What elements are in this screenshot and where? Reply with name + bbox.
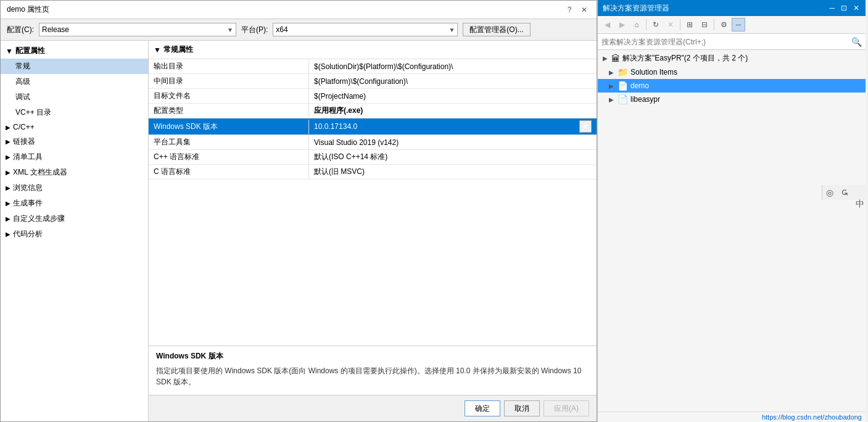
sidebar-item-label-build-events: 生成事件 — [13, 198, 43, 209]
code-analysis-chevron-icon: ▶ — [6, 231, 10, 238]
dialog-title: demo 属性页 — [7, 4, 49, 15]
sidebar-item-vcpp[interactable]: VC++ 目录 — [1, 105, 148, 120]
sidebar-item-label-browse: 浏览信息 — [13, 183, 43, 193]
sidebar-collapse-icon: ▼ — [6, 47, 13, 56]
se-close-icon[interactable]: ✕ — [852, 4, 861, 12]
help-button[interactable]: ? — [563, 4, 576, 16]
se-back-button[interactable]: ◀ — [600, 18, 614, 31]
se-solution-items[interactable]: ▶ 📁 Solution Items — [598, 65, 866, 79]
sidebar-item-label-general: 常规 — [15, 62, 30, 70]
se-tree: ▶ 🏛 解决方案"EasyPR"(2 个项目，共 2 个) ▶ 📁 Soluti… — [598, 50, 866, 412]
se-toolbar: ◀ ▶ ⌂ ↻ ✕ ⊞ ⊟ ⚙ ─ — [598, 16, 866, 34]
se-paste-button[interactable]: ⊟ — [698, 18, 711, 31]
sidebar-item-label-advanced: 高级 — [15, 77, 30, 86]
se-stop-button[interactable]: ✕ — [664, 18, 677, 31]
config-select[interactable]: Release ▼ — [39, 23, 236, 36]
config-value: Release — [42, 25, 69, 34]
sidebar-item-general[interactable]: 常规 — [1, 59, 148, 74]
sidebar-group-header: ▼ 配置属性 — [1, 43, 148, 59]
prop-value-target: $(ProjectName) — [309, 90, 597, 102]
sidebar: ▼ 配置属性 常规 高级 调试 VC++ 目录 ▶ C/C++ ▶ 链接器 — [1, 41, 149, 421]
sidebar-item-code-analysis[interactable]: ▶ 代码分析 — [1, 226, 148, 242]
table-row[interactable]: 目标文件名 $(ProjectName) — [149, 89, 597, 104]
se-forward-button[interactable]: ▶ — [615, 18, 629, 31]
description-text: 指定此项目要使用的 Windows SDK 版本(面向 Windows 的项目需… — [156, 365, 589, 387]
se-libeasypr-project[interactable]: ▶ 📄 libeasypr — [598, 93, 866, 106]
se-solution-root[interactable]: ▶ 🏛 解决方案"EasyPR"(2 个项目，共 2 个) — [598, 51, 866, 65]
sidebar-item-label-debug: 调试 — [15, 93, 30, 101]
sidebar-item-label-custom-build: 自定义生成步骤 — [13, 213, 65, 224]
se-pin-icon[interactable]: ─ — [828, 4, 836, 12]
properties-table: 输出目录 $(SolutionDir)$(Platform)\$(Configu… — [149, 59, 597, 345]
sidebar-item-advanced[interactable]: 高级 — [1, 74, 148, 89]
sidebar-item-manifest[interactable]: ▶ 清单工具 — [1, 149, 148, 165]
table-row[interactable]: 输出目录 $(SolutionDir)$(Platform)\$(Configu… — [149, 59, 597, 74]
manifest-chevron-icon: ▶ — [6, 154, 10, 160]
properties-panel: ▼ 常规属性 输出目录 $(SolutionDir)$(Platform)\$(… — [149, 41, 597, 421]
linker-chevron-icon: ▶ — [6, 138, 10, 145]
section-expand-icon: ▼ — [154, 46, 161, 54]
table-row[interactable]: 配置类型 应用程序(.exe) — [149, 104, 597, 118]
sidebar-item-browse[interactable]: ▶ 浏览信息 — [1, 180, 148, 196]
se-dock-panel: 中 ↺ ◎ — [822, 185, 868, 200]
cpp-chevron-icon: ▶ — [6, 124, 10, 131]
se-minus-button[interactable]: ─ — [732, 18, 745, 31]
section-header-label: 常规属性 — [163, 44, 193, 55]
sidebar-item-label-code-analysis: 代码分析 — [13, 229, 43, 239]
platform-value: x64 — [276, 25, 287, 34]
sidebar-item-label-linker: 链接器 — [13, 136, 35, 147]
se-copy-button[interactable]: ⊞ — [683, 18, 696, 31]
xml-chevron-icon: ▶ — [6, 169, 10, 176]
dialog-titlebar: demo 属性页 ? ✕ — [1, 1, 597, 19]
se-home-button[interactable]: ⌂ — [630, 18, 643, 31]
apply-button[interactable]: 应用(A) — [544, 400, 589, 416]
sidebar-item-build-events[interactable]: ▶ 生成事件 — [1, 196, 148, 211]
sidebar-item-xml[interactable]: ▶ XML 文档生成器 — [1, 165, 148, 180]
cancel-button[interactable]: 取消 — [504, 400, 540, 416]
table-row[interactable]: C++ 语言标准 默认(ISO C++14 标准) — [149, 150, 597, 165]
ok-button[interactable]: 确定 — [465, 400, 500, 416]
demo-label: demo — [630, 81, 649, 90]
table-row[interactable]: 中间目录 $(Platform)\$(Configuration)\ — [149, 74, 597, 89]
config-bar: 配置(C): Release ▼ 平台(P): x64 ▼ 配置管理器(O)..… — [1, 19, 597, 41]
se-demo-project[interactable]: ▶ 📄 demo — [598, 79, 866, 93]
sidebar-item-label-manifest: 清单工具 — [13, 152, 43, 162]
se-title: 解决方案资源管理器 — [603, 3, 669, 14]
sidebar-item-label-vcpp: VC++ 目录 — [15, 108, 51, 117]
se-statusbar: https://blog.csdn.net/zhoubadong — [598, 412, 866, 422]
se-titlebar-icons: ─ ⊡ ✕ — [828, 4, 861, 12]
prop-value-output: $(SolutionDir)$(Platform)\$(Configuratio… — [309, 60, 597, 73]
table-row[interactable]: C 语言标准 默认(旧 MSVC) — [149, 165, 597, 180]
se-search-icon: 🔍 — [851, 37, 862, 47]
sidebar-item-linker[interactable]: ▶ 链接器 — [1, 134, 148, 149]
prop-name-toolset: 平台工具集 — [149, 135, 309, 149]
config-manager-button[interactable]: 配置管理器(O)... — [463, 23, 530, 36]
prop-value-intermediate: $(Platform)\$(Configuration)\ — [309, 75, 597, 88]
solution-explorer: 解决方案资源管理器 ─ ⊡ ✕ ◀ ▶ ⌂ ↻ ✕ ⊞ ⊟ ⚙ ─ 🔍 ▶ 🏛 — [597, 0, 866, 422]
table-row-selected[interactable]: Windows SDK 版本 10.0.17134.0 ▼ — [149, 118, 597, 135]
content-area: ▼ 配置属性 常规 高级 调试 VC++ 目录 ▶ C/C++ ▶ 链接器 — [1, 41, 597, 421]
sidebar-item-label-cpp: C/C++ — [13, 123, 35, 131]
solution-items-label: Solution Items — [630, 68, 677, 77]
sidebar-item-cpp[interactable]: ▶ C/C++ — [1, 120, 148, 134]
se-undock-icon[interactable]: ⊡ — [840, 4, 848, 12]
prop-value-cpp-std: 默认(ISO C++14 标准) — [309, 150, 597, 164]
prop-name-config-type: 配置类型 — [149, 104, 309, 118]
custom-build-chevron-icon: ▶ — [6, 215, 10, 222]
table-row[interactable]: 平台工具集 Visual Studio 2019 (v142) — [149, 135, 597, 150]
description-title: Windows SDK 版本 — [156, 351, 589, 362]
se-refresh-button[interactable]: ↻ — [649, 18, 663, 31]
sidebar-item-debug[interactable]: 调试 — [1, 89, 148, 105]
se-search-input[interactable] — [601, 38, 851, 46]
sidebar-item-custom-build[interactable]: ▶ 自定义生成步骤 — [1, 211, 148, 226]
dock-circle-icon: ◎ — [825, 188, 835, 197]
sdk-dropdown-button[interactable]: ▼ — [579, 120, 592, 133]
se-settings-button[interactable]: ⚙ — [717, 18, 730, 31]
platform-select[interactable]: x64 ▼ — [273, 23, 458, 36]
libeasypr-label: libeasypr — [630, 95, 660, 104]
se-search-bar: 🔍 — [598, 34, 866, 50]
properties-section-header: ▼ 常规属性 — [149, 41, 597, 59]
close-button[interactable]: ✕ — [578, 4, 590, 16]
prop-name-c-std: C 语言标准 — [149, 165, 309, 179]
prop-name-output: 输出目录 — [149, 59, 309, 73]
